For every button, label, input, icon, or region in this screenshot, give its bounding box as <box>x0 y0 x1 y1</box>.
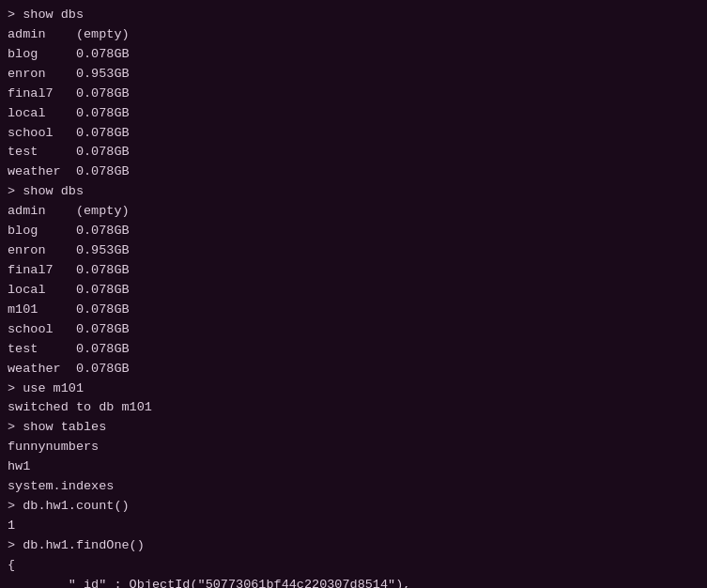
terminal-line: system.indexes <box>8 477 699 497</box>
terminal-line: test 0.078GB <box>8 143 699 162</box>
terminal-line: enron 0.953GB <box>8 241 699 261</box>
terminal-line: 1 <box>8 517 699 536</box>
terminal-line: > db.hw1.findOne() <box>8 536 699 556</box>
terminal-line: weather 0.078GB <box>8 162 699 182</box>
terminal-line: weather 0.078GB <box>8 360 699 379</box>
terminal-line: test 0.078GB <box>8 340 699 360</box>
terminal-line: > use m101 <box>8 379 699 399</box>
terminal-line: final7 0.078GB <box>8 85 699 104</box>
terminal-line: local 0.078GB <box>8 281 699 301</box>
terminal-line: local 0.078GB <box>8 104 699 124</box>
terminal-line: admin (empty) <box>8 202 699 222</box>
terminal-line: admin (empty) <box>8 25 699 45</box>
terminal-line: hw1 <box>8 457 699 477</box>
terminal-line: m101 0.078GB <box>8 301 699 320</box>
terminal-line: > show dbs <box>8 6 699 25</box>
terminal-line: final7 0.078GB <box>8 261 699 281</box>
terminal-line: school 0.078GB <box>8 124 699 144</box>
terminal-line: switched to db m101 <box>8 398 699 418</box>
terminal-line: { <box>8 556 699 576</box>
terminal-line: "_id" : ObjectId("50773061bf44c220307d85… <box>8 576 699 588</box>
terminal-line: blog 0.078GB <box>8 222 699 241</box>
terminal-line: enron 0.953GB <box>8 65 699 85</box>
terminal-line: > show tables <box>8 418 699 438</box>
terminal-line: > show dbs <box>8 182 699 202</box>
terminal-window[interactable]: > show dbsadmin (empty)blog 0.078GBenron… <box>0 0 707 588</box>
terminal-line: > db.hw1.count() <box>8 497 699 517</box>
terminal-line: blog 0.078GB <box>8 45 699 65</box>
terminal-line: school 0.078GB <box>8 320 699 340</box>
terminal-line: funnynumbers <box>8 438 699 457</box>
